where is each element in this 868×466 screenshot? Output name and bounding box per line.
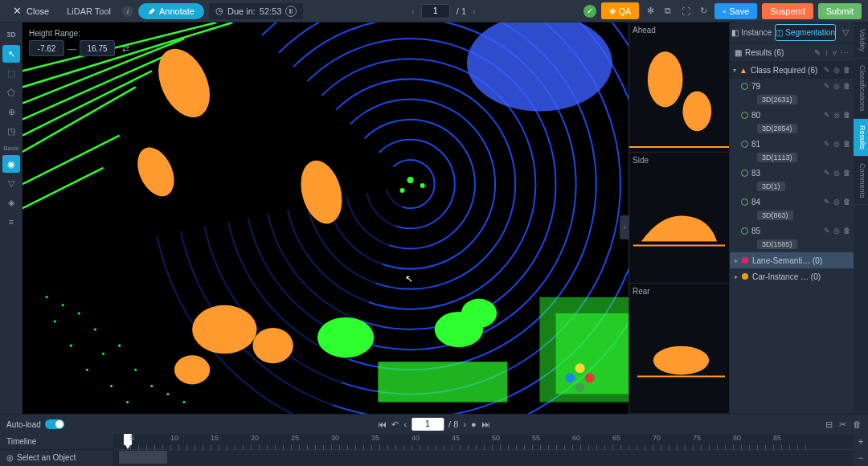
edit-icon[interactable]: ✎ (824, 169, 830, 177)
object-tag[interactable]: 3D(1585) (757, 239, 797, 249)
cube-tool[interactable]: ◳ (2, 122, 20, 140)
class-required-row[interactable]: ▾ ▲ Class Required (6) ✎ ◎ 🗑 (730, 61, 854, 79)
zoom-in-icon[interactable]: + (858, 436, 863, 448)
panel-filter-icon[interactable]: ▽ (837, 22, 854, 43)
view-side[interactable]: Side (629, 153, 729, 283)
object-tag[interactable]: 3D(1) (757, 182, 785, 191)
pause-icon[interactable] (285, 6, 297, 17)
select-object-row[interactable]: ◎Select an Object (0, 450, 113, 465)
object-row[interactable]: 83✎◎🗑 (730, 166, 854, 180)
bug-icon[interactable]: ✻ (644, 5, 657, 18)
visibility-icon[interactable]: ◎ (833, 111, 840, 119)
delete-icon[interactable]: 🗑 (843, 198, 850, 206)
object-row[interactable]: 80✎◎🗑 (730, 108, 854, 122)
vtab-validity[interactable]: Validity (854, 22, 868, 59)
annotate-button[interactable]: Annotate (138, 3, 204, 19)
visibility-icon[interactable]: ◎ (833, 140, 840, 148)
edit-icon[interactable]: ✎ (824, 82, 830, 90)
zoom-out-icon[interactable]: − (858, 452, 863, 464)
submit-button[interactable]: Submit (818, 3, 862, 19)
object-tag[interactable]: 3D(1113) (757, 153, 797, 162)
view-rear[interactable]: Rear (629, 284, 729, 414)
object-row[interactable]: 85✎◎🗑 (730, 223, 854, 238)
edit-icon[interactable]: ✎ (824, 111, 830, 119)
edit-all-icon[interactable]: ✎ (814, 48, 821, 57)
tab-instance[interactable]: ◧Instance (730, 22, 773, 43)
close-button[interactable]: ✕Close (6, 2, 55, 19)
sideview-collapse-icon[interactable]: › (620, 215, 629, 239)
vtab-classifications[interactable]: Classifications (854, 59, 868, 119)
visibility-icon[interactable]: ◎ (833, 66, 840, 74)
page-next-icon[interactable]: › (473, 6, 476, 16)
delete-icon[interactable]: 🗑 (843, 227, 850, 235)
delete-icon[interactable]: 🗑 (843, 66, 850, 74)
visibility-icon[interactable]: ◎ (833, 227, 840, 235)
sort-icon[interactable]: ↕ (825, 48, 829, 57)
page-prev-icon[interactable]: ‹ (411, 6, 415, 16)
toggle-switch[interactable] (45, 419, 64, 429)
visibility-icon[interactable]: ◎ (833, 82, 840, 90)
swap-icon[interactable]: ⇄ (118, 41, 133, 55)
forward-icon[interactable]: ⏭ (481, 419, 490, 429)
delete-icon[interactable]: 🗑 (843, 169, 850, 177)
height-max-input[interactable] (80, 40, 115, 56)
suspend-button[interactable]: Suspend (762, 3, 813, 19)
vtab-comments[interactable]: Comments (854, 157, 868, 206)
delete-icon[interactable]: 🗑 (843, 140, 850, 148)
pointer-tool[interactable]: ↖ (2, 45, 20, 63)
delete-icon[interactable]: 🗑 (843, 82, 850, 90)
prev-frame-icon[interactable]: ‹ (403, 419, 407, 429)
car-instance-row[interactable]: ▸ Car-Instance … (0) (730, 268, 854, 284)
page-current[interactable]: 1 (421, 4, 450, 18)
cut-icon[interactable]: ✂ (839, 419, 846, 430)
view-3d-button[interactable]: 3D (2, 26, 20, 43)
layers-tool[interactable]: ◈ (2, 194, 20, 211)
polygon-tool[interactable]: ⬠ (2, 84, 20, 101)
edit-icon[interactable]: ✎ (824, 198, 830, 206)
trash-icon[interactable]: 🗑 (853, 419, 862, 430)
edit-icon[interactable]: ✎ (824, 140, 830, 148)
next-frame-icon[interactable]: › (463, 419, 466, 429)
select-tool[interactable]: ⬚ (2, 64, 20, 82)
refresh-icon[interactable]: ↻ (697, 5, 710, 18)
play-icon[interactable]: ● (471, 419, 477, 429)
vtab-results[interactable]: Results (854, 119, 868, 157)
filter-tool[interactable]: ▽ (2, 174, 20, 192)
delete-icon[interactable]: 🗑 (843, 111, 850, 119)
step-back-icon[interactable]: ↶ (391, 419, 399, 430)
lane-semantic-row[interactable]: ▸ Lane-Semanti… (0) (730, 252, 854, 268)
object-row[interactable]: 79✎◎🗑 (730, 79, 854, 93)
timeline-track[interactable]: 510152025303540455055606570758085 (114, 434, 854, 466)
edit-icon[interactable]: ✎ (824, 66, 830, 74)
object-tag[interactable]: 3D(863) (757, 211, 793, 220)
visibility-icon[interactable]: ◎ (833, 198, 840, 206)
more-icon[interactable]: ⋯ (841, 48, 849, 57)
lidar-canvas[interactable]: Height Range: — ⇄ (23, 22, 628, 414)
fullscreen-icon[interactable]: ⛶ (679, 5, 692, 18)
split-icon[interactable]: ⊟ (825, 419, 833, 430)
list-tool[interactable]: ≡ (2, 213, 20, 231)
chevron-right-icon[interactable]: ▸ (735, 273, 738, 280)
object-tag[interactable]: 3D(2854) (757, 124, 797, 133)
crosshair-tool[interactable]: ⊕ (2, 103, 20, 121)
save-button[interactable]: ▫Save (714, 3, 757, 19)
track-segment[interactable] (119, 451, 167, 464)
object-tag[interactable]: 3D(2631) (757, 95, 797, 104)
autoload-toggle[interactable]: Auto-load (6, 419, 64, 429)
rewind-icon[interactable]: ⏮ (378, 419, 387, 429)
tab-segmentation[interactable]: ◫Segmentation (775, 24, 836, 41)
collapse-icon[interactable]: ▿ (833, 48, 837, 57)
chevron-right-icon[interactable]: ▸ (735, 257, 738, 264)
height-min-input[interactable] (29, 40, 64, 56)
object-row[interactable]: 81✎◎🗑 (730, 137, 854, 151)
view-ahead[interactable]: Ahead (629, 22, 729, 153)
frame-input[interactable]: 1 (411, 418, 444, 431)
qa-button[interactable]: ◈QA (601, 2, 639, 19)
visibility-icon[interactable]: ◎ (833, 169, 840, 177)
brush-tool[interactable]: ◉ (2, 155, 20, 173)
chevron-down-icon[interactable]: ▾ (733, 67, 736, 74)
edit-icon[interactable]: ✎ (824, 227, 830, 235)
info-icon[interactable]: i (122, 6, 133, 17)
help-icon[interactable]: ⧉ (661, 5, 674, 18)
object-row[interactable]: 84✎◎🗑 (730, 194, 854, 209)
